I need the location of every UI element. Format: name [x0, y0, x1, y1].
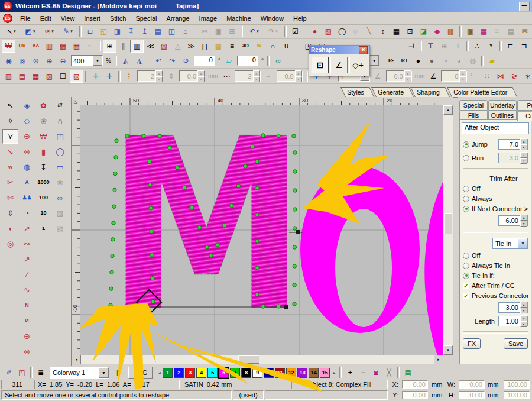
- zoom-box[interactable]: ⊙: [29, 54, 43, 67]
- next-colors-button[interactable]: ▸: [331, 368, 338, 378]
- hide-unused[interactable]: ╳: [382, 367, 395, 379]
- reshape-select-button[interactable]: ⊡: [312, 57, 329, 73]
- center-all[interactable]: ✛: [103, 70, 116, 83]
- toolbox-buddies[interactable]: ♟♟: [19, 190, 35, 205]
- panel-tab-underlay[interactable]: Underlay: [488, 100, 517, 111]
- travel-marks[interactable]: ⋮: [122, 70, 136, 83]
- tie-always-radio[interactable]: [463, 263, 469, 269]
- center-current[interactable]: ✛: [89, 70, 103, 83]
- color-swatch-4[interactable]: 4: [196, 368, 206, 378]
- design-canvas[interactable]: M: [80, 105, 443, 355]
- color-swatch-11[interactable]: 11: [275, 368, 285, 378]
- control-point[interactable]: [255, 160, 259, 163]
- menu-view[interactable]: View: [56, 14, 80, 23]
- control-point[interactable]: [183, 186, 186, 189]
- print-preview[interactable]: ◫: [165, 25, 179, 38]
- chevron-down-icon[interactable]: ▼: [93, 56, 102, 66]
- control-point[interactable]: [293, 302, 296, 306]
- print[interactable]: ▤: [151, 25, 165, 38]
- open-design[interactable]: ◱: [97, 25, 111, 38]
- align-right[interactable]: ⊣: [404, 40, 418, 53]
- travel-length[interactable]: 0.0▲▼: [179, 70, 205, 82]
- control-point[interactable]: [150, 229, 153, 233]
- fx-button[interactable]: FX: [463, 338, 481, 349]
- skew-angle[interactable]: 0: [237, 56, 258, 66]
- mirror-vertical[interactable]: ◮: [132, 54, 146, 67]
- pattern-stamp[interactable]: ▩: [444, 25, 458, 38]
- control-point[interactable]: [197, 225, 201, 229]
- panel-tab-pul[interactable]: Pul: [517, 100, 532, 111]
- stitch-draw-block[interactable]: ▧: [43, 70, 56, 83]
- width-ref[interactable]: ⇔: [262, 70, 275, 83]
- run-length-spinner[interactable]: 3.0 ▲▼: [498, 153, 528, 163]
- polygon-small[interactable]: ●: [411, 54, 425, 67]
- angle-value[interactable]: 0▲▼: [441, 70, 467, 82]
- panel-tab-con[interactable]: Con: [517, 110, 532, 121]
- control-point[interactable]: [114, 156, 118, 159]
- toolbox-arc-tool[interactable]: ∩: [52, 114, 68, 128]
- control-point[interactable]: [109, 303, 112, 307]
- control-point[interactable]: [111, 254, 114, 257]
- rotate-angle[interactable]: 0: [194, 56, 215, 66]
- control-point[interactable]: [151, 276, 154, 280]
- toolbox-run-1[interactable]: 1: [35, 221, 51, 236]
- redo[interactable]: ↷▾: [264, 25, 283, 38]
- panel-tab-special[interactable]: Special: [459, 100, 488, 111]
- travel-count[interactable]: 2▲▼: [137, 70, 163, 82]
- remove-color[interactable]: −: [356, 367, 369, 379]
- control-point[interactable]: [124, 305, 128, 308]
- toolbox-ellipse-tool[interactable]: ◯: [52, 144, 68, 159]
- cluster-tool[interactable]: ∷: [480, 70, 494, 83]
- reshape-angle-button[interactable]: ∠: [330, 57, 348, 73]
- wave-fill[interactable]: ≈: [83, 40, 97, 53]
- outline-object[interactable]: ◯: [335, 25, 349, 38]
- toolbox-flower-a[interactable]: ✿: [35, 98, 51, 113]
- control-point[interactable]: [140, 305, 143, 308]
- toolbox-curve-tool[interactable]: ◔: [19, 206, 35, 221]
- toolbox-circle-stitch[interactable]: ⊕: [19, 329, 35, 344]
- auto-spacing[interactable]: ⊞: [103, 40, 116, 53]
- fill-object[interactable]: ▨: [322, 25, 335, 38]
- control-point[interactable]: [255, 213, 259, 216]
- tab-color-palette-editor[interactable]: Color Palette Editor: [447, 87, 517, 97]
- toolbox-cut-stitches[interactable]: ✂: [2, 175, 18, 190]
- control-point[interactable]: [151, 300, 155, 303]
- control-point[interactable]: [255, 240, 259, 243]
- row-marks[interactable]: ⋯: [220, 70, 233, 83]
- mirror-horizontal[interactable]: ◭: [119, 54, 132, 67]
- color-swatch-15[interactable]: 15: [320, 368, 330, 378]
- satin-object[interactable]: ●: [308, 25, 322, 38]
- jump-radio[interactable]: [463, 141, 469, 148]
- reshape-floating-palette[interactable]: Reshape ✕ ⊡∠◇+: [309, 45, 370, 76]
- toolbox-stitch-width[interactable]: w: [2, 160, 18, 174]
- ungroup[interactable]: ⊐: [517, 40, 531, 53]
- menu-arrange[interactable]: Arrange: [161, 14, 194, 23]
- control-point[interactable]: [168, 146, 171, 150]
- pen-line[interactable]: ╲: [362, 25, 376, 38]
- toolbox-wheel-stitch[interactable]: ⊛: [19, 344, 35, 359]
- digitize-tool[interactable]: ✎▾: [59, 25, 77, 38]
- handle-bottom-right[interactable]: [284, 305, 288, 309]
- zigzag-stitch[interactable]: ∪∪: [15, 40, 29, 53]
- control-point[interactable]: [236, 184, 240, 187]
- stitch-marks[interactable]: ≫: [184, 40, 198, 53]
- control-point[interactable]: [175, 166, 179, 169]
- after-trim-checkbox[interactable]: ✓: [463, 283, 469, 289]
- toolbox-node-edit[interactable]: ⋎: [2, 129, 18, 144]
- tie-if-radio[interactable]: [463, 273, 469, 279]
- prev-colors-button[interactable]: ◂: [156, 368, 163, 378]
- control-point[interactable]: [149, 206, 153, 210]
- colorway-dropdown[interactable]: Colorway 1▼: [50, 367, 109, 379]
- stitch-player-back[interactable]: ▤: [15, 70, 29, 83]
- control-point[interactable]: [293, 227, 296, 230]
- jagged-edge[interactable]: ∏: [198, 40, 212, 53]
- control-point[interactable]: [293, 264, 296, 268]
- control-point[interactable]: [125, 134, 129, 138]
- scroll-down-button[interactable]: ▾: [443, 345, 453, 355]
- control-point[interactable]: [148, 160, 151, 163]
- toolbox-offset-ellipse[interactable]: ◎: [2, 237, 18, 251]
- color-swatch-3[interactable]: 3: [185, 368, 195, 378]
- handle-mid-right[interactable]: [296, 230, 300, 234]
- letter-m-stitched[interactable]: M: [108, 105, 305, 355]
- color-swatch-13[interactable]: 13: [297, 368, 307, 378]
